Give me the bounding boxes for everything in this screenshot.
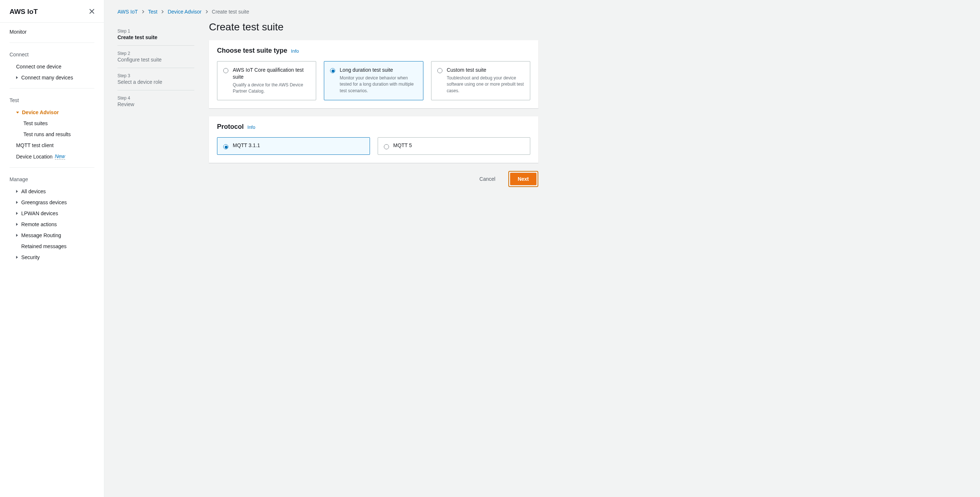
wizard-step-2[interactable]: Step 2 Configure test suite (118, 46, 194, 68)
next-button[interactable]: Next (510, 173, 536, 185)
cancel-button[interactable]: Cancel (472, 173, 503, 185)
wizard-step-number: Step 4 (118, 96, 194, 100)
main-content: AWS IoT Test Device Advisor Create test … (104, 0, 980, 497)
tile-description: Qualify a device for the AWS Device Part… (233, 82, 310, 95)
tile-title: Custom test suite (447, 67, 524, 73)
sidebar-section-connect[interactable]: Connect (5, 48, 99, 61)
wizard-step-number: Step 2 (118, 51, 194, 56)
tile-long-duration-suite[interactable]: Long duration test suite Monitor your de… (324, 61, 423, 100)
footer-actions: Cancel Next (209, 171, 538, 187)
sidebar: AWS IoT Monitor Connect Connect one devi… (0, 0, 104, 497)
tile-qualification-suite[interactable]: AWS IoT Core qualification test suite Qu… (217, 61, 316, 100)
sidebar-item-device-location[interactable]: Device Location New (5, 151, 99, 162)
chevron-right-icon (139, 9, 147, 14)
caret-right-icon (16, 201, 18, 204)
sidebar-item-retained-messages[interactable]: Retained messages (5, 241, 99, 252)
radio-icon (223, 144, 228, 149)
sidebar-item-connect-many[interactable]: Connect many devices (5, 72, 99, 83)
breadcrumb-root[interactable]: AWS IoT (118, 9, 138, 14)
tile-title: Long duration test suite (340, 67, 417, 73)
sidebar-section-test[interactable]: Test (5, 94, 99, 107)
radio-icon (330, 68, 335, 73)
divider (10, 43, 94, 43)
caret-right-icon (16, 256, 18, 259)
wizard-step-4[interactable]: Step 4 Review (118, 91, 194, 112)
close-sidebar-button[interactable] (89, 7, 94, 16)
sidebar-item-label: Greengrass devices (21, 199, 67, 205)
wizard-step-1[interactable]: Step 1 Create test suite (118, 24, 194, 46)
tile-protocol-mqtt5[interactable]: MQTT 5 (378, 137, 531, 155)
info-link[interactable]: Info (291, 48, 299, 54)
page-title: Create test suite (209, 21, 538, 33)
radio-icon (384, 144, 389, 149)
wizard-steps: Step 1 Create test suite Step 2 Configur… (118, 21, 194, 187)
sidebar-item-label: Device Location (16, 154, 53, 159)
sidebar-item-label: Test suites (24, 120, 48, 126)
sidebar-item-test-suites[interactable]: Test suites (5, 118, 99, 129)
panel-heading: Choose test suite type (217, 47, 287, 54)
close-icon (89, 9, 94, 14)
tile-title: MQTT 5 (393, 142, 524, 149)
tile-description: Toubleshoot and debug your device softwa… (447, 75, 524, 94)
sidebar-item-label: Device Advisor (22, 110, 59, 115)
sidebar-item-device-advisor[interactable]: Device Advisor (5, 107, 99, 118)
wizard-step-title: Create test suite (118, 34, 194, 40)
sidebar-header: AWS IoT (0, 0, 104, 23)
sidebar-item-lpwan[interactable]: LPWAN devices (5, 208, 99, 219)
sidebar-item-test-runs[interactable]: Test runs and results (5, 129, 99, 140)
sidebar-item-label: Security (21, 254, 40, 260)
sidebar-item-label: Connect one device (16, 64, 62, 70)
sidebar-item-remote-actions[interactable]: Remote actions (5, 219, 99, 230)
sidebar-item-label: Message Routing (21, 233, 61, 238)
sidebar-item-greengrass[interactable]: Greengrass devices (5, 197, 99, 208)
sidebar-item-label: Remote actions (21, 221, 57, 227)
panel-heading: Protocol (217, 123, 244, 131)
breadcrumb-test[interactable]: Test (148, 9, 158, 14)
tile-title: MQTT 3.1.1 (233, 142, 364, 149)
info-link[interactable]: Info (247, 124, 255, 130)
sidebar-item-label: LPWAN devices (21, 210, 58, 216)
panel-suite-type: Choose test suite type Info AWS IoT Core… (209, 40, 538, 108)
sidebar-item-label: All devices (21, 188, 46, 194)
wizard-step-title: Select a device role (118, 79, 194, 85)
tile-description: Monitor your device behavior when tested… (340, 75, 417, 94)
breadcrumb: AWS IoT Test Device Advisor Create test … (118, 9, 967, 14)
breadcrumb-current: Create test suite (212, 9, 249, 14)
caret-right-icon (16, 76, 18, 79)
new-badge: New (55, 153, 65, 159)
sidebar-item-message-routing[interactable]: Message Routing (5, 230, 99, 241)
sidebar-item-label: MQTT test client (16, 142, 53, 148)
sidebar-item-label: Retained messages (21, 244, 67, 249)
sidebar-section-manage[interactable]: Manage (5, 173, 99, 186)
radio-icon (437, 68, 442, 73)
tile-custom-suite[interactable]: Custom test suite Toubleshoot and debug … (431, 61, 530, 100)
sidebar-item-connect-one[interactable]: Connect one device (5, 61, 99, 72)
panel-protocol: Protocol Info MQTT 3.1.1 MQTT 5 (209, 116, 538, 163)
caret-right-icon (16, 234, 18, 237)
sidebar-item-all-devices[interactable]: All devices (5, 186, 99, 197)
sidebar-item-label: Monitor (10, 29, 27, 35)
caret-right-icon (16, 223, 18, 226)
tile-protocol-mqtt311[interactable]: MQTT 3.1.1 (217, 137, 370, 155)
sidebar-title: AWS IoT (10, 8, 38, 16)
caret-down-icon (16, 112, 19, 113)
next-button-highlight: Next (508, 171, 538, 187)
radio-icon (223, 68, 228, 73)
breadcrumb-device-advisor[interactable]: Device Advisor (168, 9, 202, 14)
caret-right-icon (16, 190, 18, 193)
sidebar-item-label: Test runs and results (24, 131, 71, 137)
wizard-step-title: Review (118, 101, 194, 107)
sidebar-item-security[interactable]: Security (5, 252, 99, 263)
sidebar-item-monitor[interactable]: Monitor (5, 26, 99, 37)
chevron-right-icon (159, 9, 166, 14)
caret-right-icon (16, 212, 18, 215)
wizard-step-number: Step 3 (118, 73, 194, 78)
sidebar-item-label: Connect many devices (21, 75, 73, 81)
tile-title: AWS IoT Core qualification test suite (233, 67, 310, 81)
wizard-step-number: Step 1 (118, 29, 194, 33)
wizard-step-title: Configure test suite (118, 57, 194, 62)
sidebar-item-mqtt-client[interactable]: MQTT test client (5, 140, 99, 151)
wizard-step-3[interactable]: Step 3 Select a device role (118, 68, 194, 91)
chevron-right-icon (203, 9, 210, 14)
divider (10, 88, 94, 89)
